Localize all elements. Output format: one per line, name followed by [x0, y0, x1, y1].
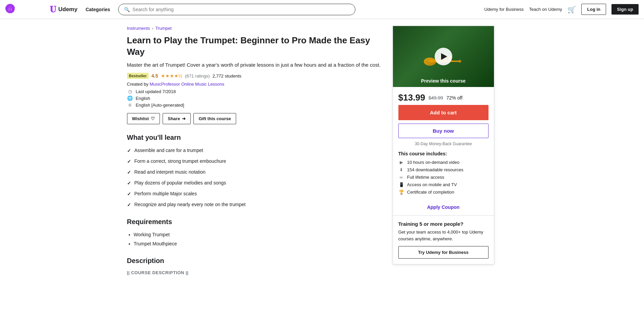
search-bar: 🔍	[118, 4, 355, 15]
includes-section: This course includes: ▶ 10 hours on-dema…	[393, 151, 494, 202]
gift-button[interactable]: Gift this course	[193, 113, 236, 124]
includes-item-5: Certificate of completion	[407, 190, 454, 195]
created-by-label: Created by	[127, 82, 149, 87]
price-discount: 72% off	[446, 95, 462, 101]
search-icon: 🔍	[124, 7, 130, 12]
business-link[interactable]: Udemy for Business	[484, 7, 523, 12]
course-description-subtitle: || COURSE DESCRIPTION ||	[127, 270, 385, 275]
login-button[interactable]: Log in	[581, 4, 606, 15]
check-icon: ✓	[127, 180, 131, 187]
price-original: $49.99	[429, 95, 443, 101]
navbar: 🅐 𝐔 Udemy Categories 🔍 Udemy for Busines…	[0, 0, 644, 19]
includes-item-3: Full lifetime access	[407, 175, 444, 180]
add-to-cart-button[interactable]: Add to cart	[398, 105, 489, 120]
check-icon: ✓	[127, 169, 131, 176]
preview-label: Preview this course	[393, 78, 494, 84]
signup-button[interactable]: Sign up	[611, 4, 639, 15]
captions: English [Auto-generated]	[136, 103, 184, 108]
list-item: Working Trumpet	[134, 231, 385, 238]
meta-row-captions: 🄯 English [Auto-generated]	[127, 102, 385, 108]
search-input[interactable]	[132, 7, 350, 12]
training-title: Training 5 or more people?	[398, 221, 489, 227]
rating-row: Bestseller 4.5 ★★★★½ (671 ratings) 2,772…	[127, 73, 385, 79]
infinity-icon: ∞	[398, 175, 404, 180]
list-item: ⬇ 154 downloadable resources	[398, 167, 489, 172]
req-item-1: Working Trumpet	[134, 232, 170, 237]
created-by: Created by MusicProfessor Online Music L…	[127, 82, 385, 87]
gift-label: Gift this course	[199, 116, 231, 121]
action-buttons: Wishlist ♡ Share ➜ Gift this course	[127, 113, 385, 124]
price-current: $13.99	[398, 92, 425, 103]
instructor-link[interactable]: MusicProfessor Online Music Lessons	[150, 82, 224, 87]
breadcrumb-instruments[interactable]: Instruments	[127, 26, 150, 31]
learn-item-4: Play dozens of popular melodies and song…	[134, 179, 226, 187]
cc-icon: 🄯	[127, 102, 133, 108]
list-item: ∞ Full lifetime access	[398, 175, 489, 180]
course-subtitle: Master the art of Trumpet! Cover a year'…	[127, 61, 385, 69]
list-item: ✓Read and interpret music notation	[127, 169, 385, 176]
breadcrumb-sep: ›	[152, 26, 153, 31]
list-item: 🏆 Certificate of completion	[398, 190, 489, 195]
includes-item-1: 10 hours on-demand video	[407, 160, 460, 165]
stars: ★★★★½	[161, 73, 183, 79]
includes-list: ▶ 10 hours on-demand video ⬇ 154 downloa…	[398, 160, 489, 195]
course-title: Learn to Play the Trumpet: Beginner to P…	[127, 35, 385, 58]
rating-count: (671 ratings)	[185, 73, 210, 79]
try-business-button[interactable]: Try Udemy for Business	[398, 246, 489, 259]
check-icon: ✓	[127, 201, 131, 209]
main-content: Instruments › Trumpet Learn to Play the …	[127, 26, 385, 285]
list-item: ✓Perform multiple Major scales	[127, 190, 385, 198]
learn-item-2: Form a correct, strong trumpet embouchur…	[134, 158, 226, 165]
check-icon: ✓	[127, 158, 131, 165]
teach-link[interactable]: Teach on Udemy	[529, 7, 562, 12]
svg-point-6	[458, 60, 461, 63]
bestseller-badge: Bestseller	[127, 73, 149, 79]
heart-icon: ♡	[151, 116, 155, 121]
categories-button[interactable]: Categories	[82, 7, 114, 12]
includes-item-4: Access on mobile and TV	[407, 182, 457, 187]
last-updated: Last updated 7/2018	[136, 89, 176, 94]
learn-item-3: Read and interpret music notation	[134, 169, 206, 176]
includes-title: This course includes:	[398, 151, 489, 156]
check-icon: ✓	[127, 147, 131, 154]
globe-icon: 🌐	[127, 95, 133, 101]
rating-number: 4.5	[151, 73, 158, 79]
share-label: Share	[168, 116, 180, 121]
wishlist-button[interactable]: Wishlist ♡	[127, 113, 160, 124]
description-title: Description	[127, 257, 385, 265]
list-item: ▶ 10 hours on-demand video	[398, 160, 489, 165]
apply-coupon-link[interactable]: Apply Coupon	[427, 204, 460, 210]
course-card: Preview this course $13.99 $49.99 72% of…	[393, 26, 494, 264]
clock-icon: ◷	[127, 89, 133, 94]
check-icon: ✓	[127, 191, 131, 198]
includes-item-2: 154 downloadable resources	[407, 167, 463, 172]
req-item-2: Trumpet Mouthpiece	[134, 241, 177, 246]
logo[interactable]: 🅐 𝐔 Udemy	[5, 4, 78, 15]
navbar-right: Udemy for Business Teach on Udemy 🛒 Log …	[484, 4, 639, 15]
share-icon: ➜	[182, 116, 186, 121]
list-item: Trumpet Mouthpiece	[134, 240, 385, 247]
video-icon: ▶	[398, 160, 404, 165]
share-button[interactable]: Share ➜	[163, 113, 191, 124]
content-wrapper: Instruments › Trumpet Learn to Play the …	[119, 19, 525, 291]
learn-item-5: Perform multiple Major scales	[134, 190, 197, 197]
buy-now-button[interactable]: Buy now	[398, 124, 489, 138]
language: English	[136, 96, 150, 101]
list-item: ✓Recognize and play nearly every note on…	[127, 201, 385, 209]
play-button[interactable]	[435, 48, 452, 65]
mobile-icon: 📱	[398, 182, 404, 187]
breadcrumb-trumpet[interactable]: Trumpet	[155, 26, 172, 31]
price-row: $13.99 $49.99 72% off	[393, 87, 494, 105]
preview-container[interactable]: Preview this course	[393, 26, 494, 87]
meta-row-language: 🌐 English	[127, 95, 385, 101]
learn-item-1: Assemble and care for a trumpet	[134, 147, 203, 154]
learn-list: ✓Assemble and care for a trumpet ✓Form a…	[127, 147, 385, 209]
meta-row-updated: ◷ Last updated 7/2018	[127, 89, 385, 94]
wishlist-label: Wishlist	[132, 116, 149, 121]
requirements-list: Working Trumpet Trumpet Mouthpiece	[127, 231, 385, 247]
learn-title: What you'll learn	[127, 134, 385, 141]
list-item: 📱 Access on mobile and TV	[398, 182, 489, 187]
list-item: ✓Assemble and care for a trumpet	[127, 147, 385, 154]
training-section: Training 5 or more people? Get your team…	[393, 216, 494, 264]
cart-icon[interactable]: 🛒	[567, 5, 576, 14]
